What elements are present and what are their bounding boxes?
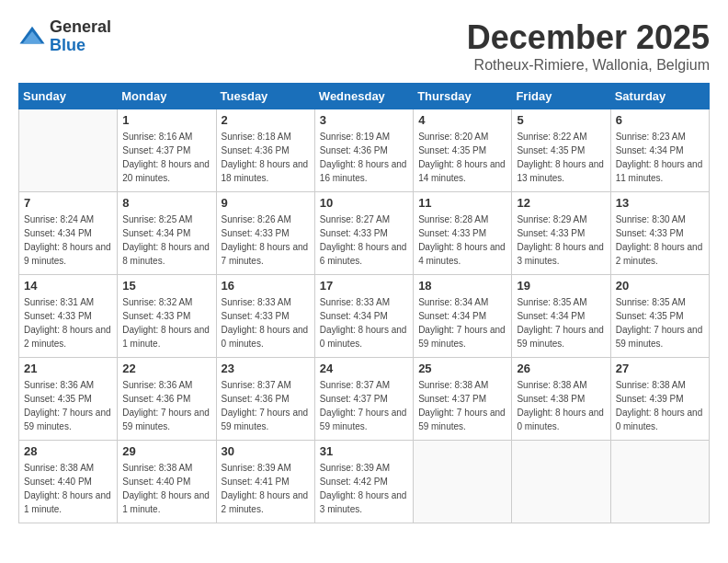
calendar-cell: 8Sunrise: 8:25 AMSunset: 4:34 PMDaylight…: [118, 192, 216, 275]
day-info: Sunrise: 8:35 AMSunset: 4:35 PMDaylight:…: [616, 295, 704, 350]
day-info: Sunrise: 8:26 AMSunset: 4:33 PMDaylight:…: [222, 213, 310, 268]
calendar-cell: 22Sunrise: 8:36 AMSunset: 4:36 PMDayligh…: [118, 358, 216, 441]
calendar-cell: [610, 441, 709, 523]
calendar-cell: 14Sunrise: 8:31 AMSunset: 4:33 PMDayligh…: [19, 275, 118, 358]
day-info: Sunrise: 8:38 AMSunset: 4:40 PMDaylight:…: [24, 461, 112, 516]
day-number: 30: [222, 444, 310, 458]
day-number: 9: [222, 196, 310, 210]
day-info: Sunrise: 8:22 AMSunset: 4:35 PMDaylight:…: [517, 130, 605, 185]
day-number: 29: [122, 444, 210, 458]
day-info: Sunrise: 8:23 AMSunset: 4:34 PMDaylight:…: [616, 130, 704, 185]
weekday-header-monday: Monday: [118, 84, 216, 109]
calendar-cell: 23Sunrise: 8:37 AMSunset: 4:36 PMDayligh…: [216, 358, 314, 441]
day-info: Sunrise: 8:29 AMSunset: 4:33 PMDaylight:…: [517, 213, 605, 268]
day-number: 7: [24, 196, 112, 210]
calendar-cell: 12Sunrise: 8:29 AMSunset: 4:33 PMDayligh…: [512, 192, 610, 275]
calendar-week-row: 28Sunrise: 8:38 AMSunset: 4:40 PMDayligh…: [19, 441, 710, 523]
day-number: 10: [320, 196, 408, 210]
day-number: 18: [418, 279, 506, 293]
weekday-header-thursday: Thursday: [414, 84, 512, 109]
day-number: 14: [24, 279, 112, 293]
calendar-week-row: 14Sunrise: 8:31 AMSunset: 4:33 PMDayligh…: [19, 275, 710, 358]
day-info: Sunrise: 8:34 AMSunset: 4:34 PMDaylight:…: [418, 295, 506, 350]
calendar-cell: 1Sunrise: 8:16 AMSunset: 4:37 PMDaylight…: [118, 109, 216, 192]
day-number: 24: [320, 362, 408, 375]
day-info: Sunrise: 8:37 AMSunset: 4:36 PMDaylight:…: [222, 378, 310, 433]
day-info: Sunrise: 8:36 AMSunset: 4:36 PMDaylight:…: [122, 378, 210, 433]
calendar-cell: 30Sunrise: 8:39 AMSunset: 4:41 PMDayligh…: [216, 441, 314, 523]
calendar-cell: 10Sunrise: 8:27 AMSunset: 4:33 PMDayligh…: [314, 192, 413, 275]
calendar-cell: 5Sunrise: 8:22 AMSunset: 4:35 PMDaylight…: [512, 109, 610, 192]
day-number: 1: [122, 113, 210, 127]
calendar-cell: 17Sunrise: 8:33 AMSunset: 4:34 PMDayligh…: [314, 275, 413, 358]
calendar-cell: 27Sunrise: 8:38 AMSunset: 4:39 PMDayligh…: [610, 358, 709, 441]
title-block: December 2025 Rotheux-Rimiere, Wallonia,…: [467, 18, 710, 74]
day-number: 28: [24, 444, 112, 458]
calendar-week-row: 21Sunrise: 8:36 AMSunset: 4:35 PMDayligh…: [19, 358, 710, 441]
day-number: 31: [320, 444, 408, 458]
calendar-cell: 31Sunrise: 8:39 AMSunset: 4:42 PMDayligh…: [314, 441, 413, 523]
day-info: Sunrise: 8:16 AMSunset: 4:37 PMDaylight:…: [122, 130, 210, 185]
day-number: 27: [616, 362, 704, 375]
calendar-cell: 11Sunrise: 8:28 AMSunset: 4:33 PMDayligh…: [414, 192, 512, 275]
day-info: Sunrise: 8:33 AMSunset: 4:33 PMDaylight:…: [222, 295, 310, 350]
calendar-cell: 9Sunrise: 8:26 AMSunset: 4:33 PMDaylight…: [216, 192, 314, 275]
weekday-header-tuesday: Tuesday: [216, 84, 314, 109]
calendar-week-row: 7Sunrise: 8:24 AMSunset: 4:34 PMDaylight…: [19, 192, 710, 275]
calendar-table: SundayMondayTuesdayWednesdayThursdayFrid…: [18, 83, 710, 523]
day-info: Sunrise: 8:30 AMSunset: 4:33 PMDaylight:…: [616, 213, 704, 268]
calendar-cell: 19Sunrise: 8:35 AMSunset: 4:34 PMDayligh…: [512, 275, 610, 358]
day-info: Sunrise: 8:27 AMSunset: 4:33 PMDaylight:…: [320, 213, 408, 268]
calendar-cell: 7Sunrise: 8:24 AMSunset: 4:34 PMDaylight…: [19, 192, 118, 275]
day-number: 26: [517, 362, 605, 375]
day-info: Sunrise: 8:35 AMSunset: 4:34 PMDaylight:…: [517, 295, 605, 350]
calendar-cell: [414, 441, 512, 523]
location-title: Rotheux-Rimiere, Wallonia, Belgium: [467, 57, 710, 74]
day-number: 17: [320, 279, 408, 293]
day-info: Sunrise: 8:39 AMSunset: 4:41 PMDaylight:…: [222, 461, 310, 516]
day-info: Sunrise: 8:25 AMSunset: 4:34 PMDaylight:…: [122, 213, 210, 268]
weekday-header-wednesday: Wednesday: [314, 84, 413, 109]
calendar-cell: 16Sunrise: 8:33 AMSunset: 4:33 PMDayligh…: [216, 275, 314, 358]
logo: General Blue: [18, 18, 111, 55]
day-info: Sunrise: 8:18 AMSunset: 4:36 PMDaylight:…: [222, 130, 310, 185]
day-number: 4: [418, 113, 506, 127]
calendar-cell: 21Sunrise: 8:36 AMSunset: 4:35 PMDayligh…: [19, 358, 118, 441]
day-number: 16: [222, 279, 310, 293]
day-number: 23: [222, 362, 310, 375]
month-title: December 2025: [467, 18, 710, 57]
day-info: Sunrise: 8:38 AMSunset: 4:38 PMDaylight:…: [517, 378, 605, 433]
day-info: Sunrise: 8:37 AMSunset: 4:37 PMDaylight:…: [320, 378, 408, 433]
calendar-cell: [19, 109, 118, 192]
day-number: 19: [517, 279, 605, 293]
day-info: Sunrise: 8:39 AMSunset: 4:42 PMDaylight:…: [320, 461, 408, 516]
day-info: Sunrise: 8:28 AMSunset: 4:33 PMDaylight:…: [418, 213, 506, 268]
day-number: 20: [616, 279, 704, 293]
logo-general-text: General: [50, 18, 111, 37]
day-number: 22: [122, 362, 210, 375]
calendar-cell: 13Sunrise: 8:30 AMSunset: 4:33 PMDayligh…: [610, 192, 709, 275]
day-info: Sunrise: 8:33 AMSunset: 4:34 PMDaylight:…: [320, 295, 408, 350]
day-number: 11: [418, 196, 506, 210]
calendar-week-row: 1Sunrise: 8:16 AMSunset: 4:37 PMDaylight…: [19, 109, 710, 192]
day-info: Sunrise: 8:19 AMSunset: 4:36 PMDaylight:…: [320, 130, 408, 185]
calendar-cell: 20Sunrise: 8:35 AMSunset: 4:35 PMDayligh…: [610, 275, 709, 358]
calendar-cell: [512, 441, 610, 523]
day-number: 25: [418, 362, 506, 375]
calendar-cell: 2Sunrise: 8:18 AMSunset: 4:36 PMDaylight…: [216, 109, 314, 192]
day-info: Sunrise: 8:38 AMSunset: 4:37 PMDaylight:…: [418, 378, 506, 433]
day-number: 21: [24, 362, 112, 375]
calendar-cell: 26Sunrise: 8:38 AMSunset: 4:38 PMDayligh…: [512, 358, 610, 441]
weekday-header-row: SundayMondayTuesdayWednesdayThursdayFrid…: [19, 84, 710, 109]
day-info: Sunrise: 8:31 AMSunset: 4:33 PMDaylight:…: [24, 295, 112, 350]
day-number: 5: [517, 113, 605, 127]
day-info: Sunrise: 8:38 AMSunset: 4:39 PMDaylight:…: [616, 378, 704, 433]
calendar-cell: 28Sunrise: 8:38 AMSunset: 4:40 PMDayligh…: [19, 441, 118, 523]
calendar-cell: 3Sunrise: 8:19 AMSunset: 4:36 PMDaylight…: [314, 109, 413, 192]
day-number: 13: [616, 196, 704, 210]
day-number: 6: [616, 113, 704, 127]
weekday-header-sunday: Sunday: [19, 84, 118, 109]
calendar-cell: 18Sunrise: 8:34 AMSunset: 4:34 PMDayligh…: [414, 275, 512, 358]
calendar-cell: 25Sunrise: 8:38 AMSunset: 4:37 PMDayligh…: [414, 358, 512, 441]
day-number: 15: [122, 279, 210, 293]
